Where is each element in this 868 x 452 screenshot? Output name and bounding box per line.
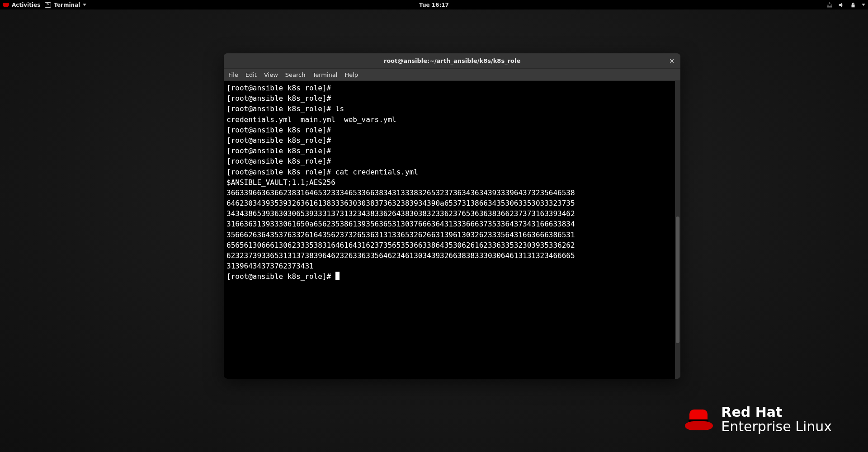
- menu-edit[interactable]: Edit: [245, 71, 257, 78]
- window-titlebar[interactable]: root@ansible:~/arth_ansible/k8s/k8s_role…: [224, 53, 680, 69]
- chevron-down-icon: [83, 4, 86, 6]
- menu-file[interactable]: File: [228, 71, 238, 78]
- app-menu-button[interactable]: Terminal: [45, 2, 86, 8]
- terminal-window: root@ansible:~/arth_ansible/k8s/k8s_role…: [224, 53, 680, 379]
- activities-label: Activities: [12, 2, 40, 8]
- brand-line2: Enterprise Linux: [721, 419, 832, 434]
- close-icon: ✕: [669, 57, 675, 65]
- clock-button[interactable]: Tue 16:17: [419, 2, 449, 8]
- brand-line1: Red Hat: [721, 405, 832, 419]
- menu-search[interactable]: Search: [285, 71, 306, 78]
- close-button[interactable]: ✕: [668, 57, 676, 65]
- menu-view[interactable]: View: [264, 71, 278, 78]
- menu-help[interactable]: Help: [344, 71, 358, 78]
- network-icon: [826, 2, 833, 8]
- terminal-cursor: [335, 272, 340, 280]
- terminal-menubar: File Edit View Search Terminal Help: [224, 69, 680, 81]
- system-tray[interactable]: [826, 2, 865, 8]
- volume-icon: [838, 2, 844, 8]
- rhel-branding: Red Hat Enterprise Linux: [685, 405, 832, 434]
- window-title: root@ansible:~/arth_ansible/k8s/k8s_role: [384, 57, 521, 64]
- terminal-content[interactable]: [root@ansible k8s_role]# [root@ansible k…: [224, 81, 675, 379]
- redhat-logo-icon: [685, 410, 713, 430]
- activities-button[interactable]: Activities: [3, 2, 40, 8]
- gnome-topbar: Activities Terminal Tue 16:17: [0, 0, 868, 9]
- chevron-down-icon: [862, 4, 865, 6]
- scrollbar-thumb[interactable]: [676, 217, 679, 343]
- lock-icon: [850, 2, 856, 8]
- clock-label: Tue 16:17: [419, 2, 449, 8]
- redhat-icon: [3, 3, 9, 7]
- scrollbar[interactable]: [675, 81, 680, 379]
- terminal-icon: [45, 2, 51, 8]
- menu-terminal[interactable]: Terminal: [312, 71, 337, 78]
- app-menu-label: Terminal: [54, 2, 80, 8]
